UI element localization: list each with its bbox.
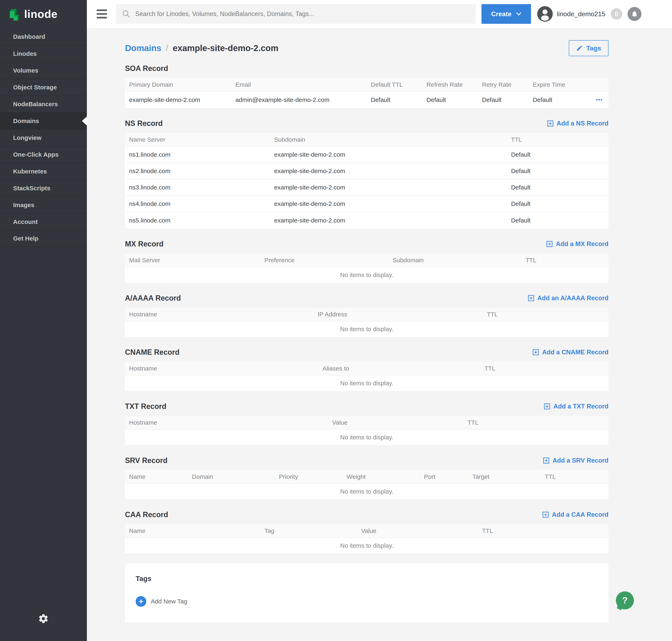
plus-circle-icon: + — [136, 596, 146, 607]
sidebar-item-account[interactable]: Account — [0, 213, 87, 230]
table-header-row: Primary DomainEmailDefault TTLRefresh Ra… — [125, 78, 608, 92]
empty-message: No items to display. — [125, 538, 608, 553]
sidebar-item-label: Longview — [13, 134, 41, 141]
add-a-aaaa-record-link[interactable]: Add an A/AAAA Record — [528, 295, 608, 302]
linode-logo[interactable]: linode — [0, 0, 87, 28]
add-srv-record-link[interactable]: Add a SRV Record — [543, 457, 608, 464]
empty-row: No items to display. — [125, 538, 608, 553]
section-title: MX Record — [125, 240, 164, 248]
section-title: SOA Record — [125, 64, 168, 73]
sidebar-item-label: StackScripts — [13, 185, 51, 192]
page-content: Domains / example-site-demo-2.com Tags S… — [87, 28, 672, 622]
breadcrumb-separator: / — [166, 43, 168, 53]
sidebar-nav: Dashboard Linodes Volumes Object Storage… — [0, 28, 87, 247]
main-area: Create linode_demo215 0 — [87, 0, 672, 641]
table-header-row: HostnameValueTTL — [125, 416, 608, 429]
add-cname-record-link[interactable]: Add a CNAME Record — [533, 349, 608, 356]
sidebar-item-nodebalancers[interactable]: NodeBalancers — [0, 96, 87, 112]
page-header-row: Domains / example-site-demo-2.com Tags — [125, 40, 608, 56]
notifications-bell-button[interactable] — [628, 7, 642, 21]
selected-indicator — [82, 117, 87, 125]
section-title: TXT Record — [125, 402, 166, 411]
breadcrumb: Domains / example-site-demo-2.com — [125, 43, 278, 53]
column-header: Email — [231, 78, 367, 92]
section-head: NS Record Add a NS Record — [125, 118, 608, 129]
sidebar-item-stackscripts[interactable]: StackScripts — [0, 180, 87, 196]
sidebar-item-object-storage[interactable]: Object Storage — [0, 79, 87, 96]
create-button-label: Create — [491, 10, 512, 18]
linode-logo-icon — [8, 7, 20, 21]
add-caa-record-link[interactable]: Add a CAA Record — [543, 511, 608, 518]
sidebar-item-linodes[interactable]: Linodes — [0, 45, 87, 62]
column-header: Priority — [275, 470, 342, 483]
sidebar-item-label: Kubernetes — [13, 168, 47, 175]
cell: ns2.linode.com — [125, 163, 270, 179]
add-new-tag-button[interactable]: + Add New Tag — [136, 596, 187, 607]
search-input[interactable] — [135, 10, 470, 18]
section-head: CAA Record Add a CAA Record — [125, 509, 608, 520]
cell: Default — [507, 212, 608, 229]
add-record-link-label: Add an A/AAAA Record — [537, 295, 608, 302]
add-txt-record-link[interactable]: Add a TXT Record — [544, 403, 608, 410]
sidebar-item-longview[interactable]: Longview — [0, 129, 87, 146]
section-title: CAA Record — [125, 510, 168, 519]
sidebar-item-get-help[interactable]: Get Help — [0, 230, 87, 247]
column-header: Aliases to — [318, 362, 480, 375]
section-title: NS Record — [125, 119, 163, 128]
sidebar-item-dashboard[interactable]: Dashboard — [0, 28, 87, 45]
empty-row: No items to display. — [125, 267, 608, 283]
section-soa: SOA Record Primary DomainEmailDefault TT… — [125, 63, 608, 108]
settings-gear-button[interactable] — [38, 613, 49, 625]
sidebar-item-domains[interactable]: Domains — [0, 112, 87, 129]
column-header: Hostname — [125, 416, 328, 429]
help-bubble-button[interactable]: ? — [616, 591, 634, 610]
avatar[interactable] — [537, 6, 553, 22]
plus-box-icon — [543, 512, 549, 518]
hamburger-menu-button[interactable] — [97, 10, 107, 18]
add-mx-record-link[interactable]: Add a MX Record — [546, 240, 608, 248]
row-actions-menu[interactable]: ••• — [589, 92, 608, 108]
plus-box-icon — [543, 458, 549, 464]
sidebar-item-volumes[interactable]: Volumes — [0, 62, 87, 79]
cell: ns1.linode.com — [125, 146, 270, 163]
column-header: Port — [420, 470, 468, 483]
sidebar-item-label: Linodes — [13, 50, 37, 57]
create-button[interactable]: Create — [481, 4, 531, 24]
record-table: HostnameIP AddressTTL No items to displa… — [125, 308, 608, 337]
sidebar-item-one-click-apps[interactable]: One-Click Apps — [0, 146, 87, 163]
sidebar-item-label: Images — [13, 202, 34, 208]
column-header: Name Server — [125, 133, 270, 146]
record-table: Mail ServerPreferenceSubdomainTTL No ite… — [125, 254, 608, 283]
add-new-tag-label: Add New Tag — [151, 598, 187, 605]
section-head: TXT Record Add a TXT Record — [125, 401, 608, 412]
sidebar-item-label: Dashboard — [13, 33, 45, 40]
app-window: linode Dashboard Linodes Volumes Object … — [0, 0, 672, 641]
cell: ns5.linode.com — [125, 212, 270, 229]
section-head: SOA Record — [125, 63, 608, 74]
sidebar-item-label: Volumes — [13, 67, 38, 74]
section-title: SRV Record — [125, 456, 167, 465]
sidebar-item-images[interactable]: Images — [0, 196, 87, 213]
cell: Default — [422, 92, 478, 108]
section-caa: CAA Record Add a CAA Record NameTagValue… — [125, 509, 608, 553]
section-srv: SRV Record Add a SRV Record NameDomainPr… — [125, 455, 608, 499]
cell: example-site-demo-2.com — [270, 146, 507, 163]
sidebar-item-kubernetes[interactable]: Kubernetes — [0, 163, 87, 180]
brand-name: linode — [24, 8, 58, 20]
username[interactable]: linode_demo215 — [557, 10, 605, 18]
cell: Default — [507, 163, 608, 179]
empty-row: No items to display. — [125, 429, 608, 445]
table-row: ns4.linode.comexample-site-demo-2.comDef… — [125, 196, 608, 212]
cell: example-site-demo-2.com — [270, 179, 507, 196]
table-row: ns1.linode.comexample-site-demo-2.comDef… — [125, 146, 608, 163]
record-table: HostnameAliases toTTL No items to displa… — [125, 362, 608, 391]
section-mx: MX Record Add a MX Record Mail ServerPre… — [125, 239, 608, 283]
cell: example-site-demo-2.com — [270, 163, 507, 179]
column-header: Domain — [188, 470, 275, 483]
column-header: Value — [328, 416, 463, 429]
breadcrumb-domains-link[interactable]: Domains — [125, 43, 161, 53]
add-ns-record-link[interactable]: Add a NS Record — [547, 120, 608, 127]
column-header: Hostname — [125, 362, 318, 375]
column-header: Primary Domain — [125, 78, 231, 92]
edit-tags-button[interactable]: Tags — [569, 40, 608, 56]
